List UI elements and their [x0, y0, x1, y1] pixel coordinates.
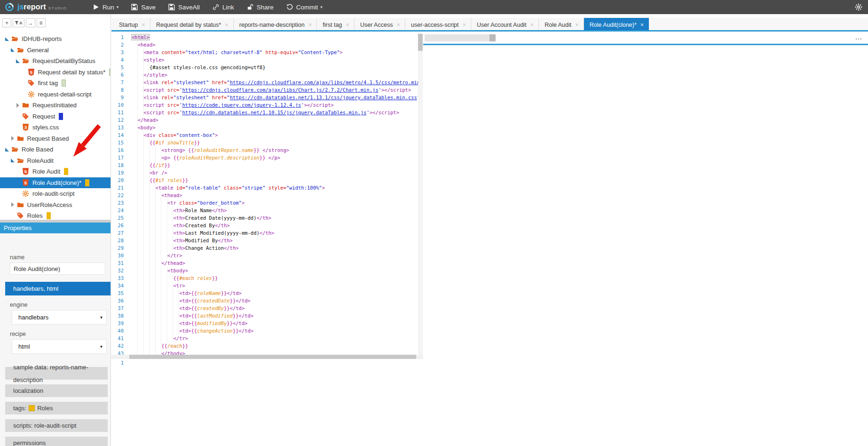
tab-role-audit-clone[interactable]: Role Audit(clone)*×	[584, 18, 649, 32]
code-line: 38<td>{{lastModified}}</td>	[113, 312, 418, 319]
tab-first-tag[interactable]: first tag×	[317, 18, 355, 32]
recipe-select[interactable]: html ▾	[12, 339, 107, 354]
close-icon[interactable]: ×	[142, 22, 145, 28]
close-icon[interactable]: ×	[462, 22, 466, 28]
helpers-editor[interactable]: 1	[113, 358, 423, 366]
tag-color-badge	[64, 168, 68, 175]
tree-item-styles-css[interactable]: 3styles.css	[0, 122, 110, 133]
tree-item-role-audit-clone[interactable]: 5Role Audit(clone)*	[0, 177, 110, 189]
editor-vertical-scrollbar[interactable]	[418, 33, 423, 355]
tab-user-account-audit[interactable]: User Account Audit×	[471, 18, 539, 32]
tree-menu-button[interactable]: ≡	[37, 18, 46, 27]
scrollbar-thumb[interactable]	[418, 34, 423, 51]
link-label: Link	[222, 4, 234, 11]
tree-item-general[interactable]: General	[0, 45, 110, 56]
tree-item-role-based[interactable]: Role Based	[0, 144, 110, 155]
tab-user-access-script[interactable]: user-access-script×	[405, 18, 471, 32]
html-icon: 5	[22, 179, 30, 186]
save-button[interactable]: Save	[131, 4, 156, 11]
tree-item-requestinitiated[interactable]: RequestInitiated	[0, 100, 110, 111]
tree-item-label: UserRoleAccess	[27, 201, 72, 208]
share-button[interactable]: Share	[247, 4, 274, 11]
code-line: 31</thead>	[113, 259, 418, 267]
close-icon[interactable]: ×	[346, 22, 349, 28]
close-icon[interactable]: ×	[396, 22, 400, 28]
name-input[interactable]	[10, 263, 105, 275]
properties-button-localization[interactable]: localization	[5, 384, 108, 397]
code-line: 7<link rel="stylesheet" href="https://cd…	[113, 79, 418, 86]
template-type-bar[interactable]: handlebars, html	[5, 282, 110, 295]
tree-item-roleaudit[interactable]: RoleAudit	[0, 155, 110, 167]
line-number: 30	[113, 252, 124, 259]
collapse-icon[interactable]	[11, 48, 15, 52]
collapse-icon[interactable]	[16, 59, 20, 63]
tree-item-first-tag[interactable]: first tag	[0, 78, 110, 89]
code-line: 15{{#if showTitle}}	[113, 139, 418, 146]
code-line: 13<body>	[113, 124, 418, 131]
tab-request-detail-by-status[interactable]: Request detail by status*×	[150, 18, 234, 32]
link-button[interactable]: Link	[213, 4, 234, 11]
expand-icon[interactable]	[16, 103, 19, 108]
line-number: 6	[113, 71, 124, 79]
close-icon[interactable]: ×	[225, 22, 229, 28]
commit-button[interactable]: Commit▾	[286, 4, 323, 11]
code-line: 32<tbody>	[113, 267, 418, 274]
collapse-icon[interactable]	[5, 148, 9, 151]
expander-slot	[4, 148, 10, 151]
properties-button-permissions[interactable]: permissions	[5, 437, 108, 446]
preview-scrollbar[interactable]	[425, 34, 489, 41]
tree-item-roles[interactable]: Roles	[0, 210, 110, 220]
tree-item-request[interactable]: Request	[0, 111, 110, 122]
tab-label: reports-name-description	[239, 22, 305, 28]
tab-reports-name-description[interactable]: reports-name-description×	[234, 18, 317, 32]
properties-button-tags-roles[interactable]: tags:Roles	[5, 402, 108, 414]
html-icon: 5	[22, 168, 30, 175]
close-icon[interactable]: ×	[575, 22, 579, 28]
line-number: 40	[113, 327, 124, 334]
tree-item-request-based[interactable]: Request Based	[0, 133, 110, 144]
run-button[interactable]: Run▾	[93, 4, 118, 11]
close-icon[interactable]: ×	[530, 22, 534, 28]
scrollbar-thumb[interactable]	[489, 34, 496, 41]
tree-item-role-audit-script[interactable]: role-audit-script	[0, 188, 110, 199]
chevron-down-icon: ▾	[320, 5, 323, 9]
expand-icon[interactable]	[11, 136, 14, 141]
tree-item-role-audit[interactable]: 5Role Audit	[0, 166, 110, 177]
name-label: name	[10, 254, 110, 261]
tab-user-access[interactable]: User Access×	[355, 18, 405, 32]
add-entity-button[interactable]: +	[2, 18, 11, 27]
code-line: 37<td>{{createdBy}}</td>	[113, 304, 418, 312]
collapse-icon[interactable]	[11, 159, 15, 162]
code-line: 18{{/if}}	[113, 161, 418, 169]
preview-menu-button[interactable]: ...	[855, 33, 862, 41]
collapse-icon[interactable]	[5, 37, 9, 41]
close-icon[interactable]: ×	[308, 22, 312, 28]
jsreport-logo[interactable]: jsreport STUDIO	[5, 2, 67, 12]
tree-item-request-detail-by-status[interactable]: 5Request detail by status*	[0, 67, 110, 78]
properties-header[interactable]: Properties	[0, 223, 110, 233]
close-icon[interactable]: ×	[640, 22, 644, 28]
line-number: 41	[113, 334, 124, 342]
tab-startup[interactable]: Startup×	[113, 18, 150, 32]
tab-role-audit[interactable]: Role Audit×	[539, 18, 584, 32]
engine-select[interactable]: handlebars ▾	[12, 310, 107, 325]
filter-button[interactable]: A	[13, 18, 24, 27]
tree-item-label: Roles	[27, 212, 43, 219]
sidebar: +A→≡ IDHUB-reportsGeneralRequestDetailBy…	[0, 14, 111, 446]
properties-button-scripts-role-audit-script[interactable]: scripts: role-audit-script	[5, 419, 108, 432]
properties-button-sample-data-reports-name-description[interactable]: sample data: reports-name-description	[5, 367, 108, 380]
tree-item-idhub-reports[interactable]: IDHUB-reports	[0, 33, 110, 45]
code-editor[interactable]: 1<html>2<head>3<meta content="text/html;…	[111, 33, 423, 446]
saveall-button[interactable]: SaveAll	[168, 4, 200, 11]
code-line: 2<head>	[113, 41, 418, 48]
settings-button[interactable]	[855, 3, 862, 11]
css-icon: 3	[22, 124, 30, 131]
tree-item-request-detail-script[interactable]: request-detail-script	[0, 89, 110, 100]
arrow-right-icon: →	[28, 20, 33, 26]
tree-item-userroleaccess[interactable]: UserRoleAccess	[0, 199, 110, 211]
line-number: 32	[113, 267, 124, 274]
collapse-all-button[interactable]: →	[26, 18, 35, 27]
save-label: Save	[141, 4, 156, 11]
tree-item-requestdetailbystatus[interactable]: RequestDetailByStatus	[0, 56, 110, 67]
expand-icon[interactable]	[11, 202, 14, 207]
